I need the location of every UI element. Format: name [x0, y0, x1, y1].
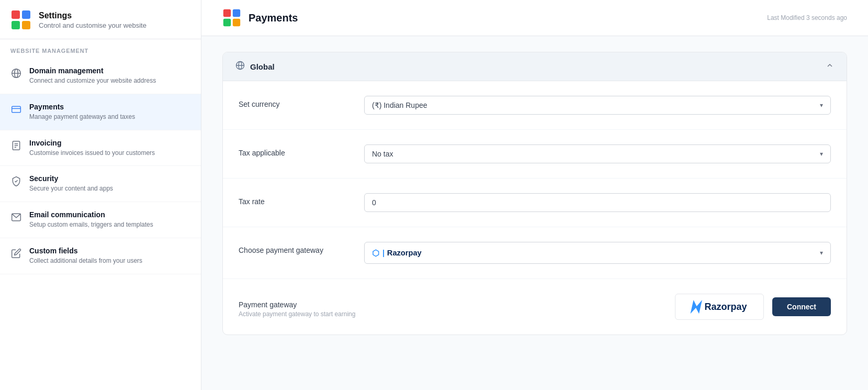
- razorpay-logo-select: ⬡ | Razorpay: [372, 247, 429, 259]
- svg-rect-16: [223, 19, 231, 26]
- sidebar-item-invoicing-desc: Customise invoices issued to your custom…: [29, 149, 155, 158]
- sidebar-item-security-desc: Secure your content and apps: [29, 184, 113, 193]
- tax-applicable-label: Tax applicable: [239, 144, 343, 157]
- main-content: Payments Last Modified 3 seconds ago Glo…: [201, 0, 868, 390]
- chevron-down-icon: ▾: [820, 102, 823, 109]
- globe-section-icon: [235, 61, 245, 72]
- sidebar-app-title: Settings: [39, 11, 146, 20]
- sidebar-item-domain-title: Domain management: [29, 66, 156, 75]
- tax-applicable-value: No tax: [372, 150, 393, 158]
- svg-text:Razorpay: Razorpay: [387, 249, 422, 257]
- global-section-header[interactable]: Global: [223, 52, 847, 81]
- svg-rect-0: [12, 10, 20, 19]
- global-section-title: Global: [250, 62, 275, 71]
- payment-gateway-label: Payment gateway: [239, 296, 355, 309]
- sidebar-item-payments-title: Payments: [29, 103, 135, 111]
- invoice-icon: [10, 140, 22, 151]
- main-logo: [222, 8, 241, 27]
- payment-gateway-row: Payment gateway Activate payment gateway…: [223, 279, 847, 335]
- tax-rate-input[interactable]: [364, 193, 831, 212]
- page-title: Payments: [249, 12, 298, 24]
- sidebar-item-custom-fields-desc: Collect additional details from your use…: [29, 257, 142, 265]
- sidebar-item-email-title: Email communication: [29, 210, 153, 219]
- currency-label: Set currency: [239, 96, 343, 108]
- razorpay-logo-svg: | Razorpay: [382, 247, 429, 259]
- tax-rate-row: Tax rate: [223, 179, 847, 227]
- sidebar-section-label: Website management: [0, 39, 201, 58]
- custom-fields-icon: [10, 248, 22, 259]
- chevron-down-icon-2: ▾: [820, 150, 823, 158]
- razorpay-logo-large: Razorpay: [675, 294, 764, 320]
- global-section-card: Global Set currency (₹) Indian Rupee ▾: [222, 52, 847, 335]
- svg-rect-15: [233, 9, 240, 17]
- chevron-down-icon-3: ▾: [820, 249, 823, 257]
- sidebar-app-subtitle: Control and customise your website: [39, 21, 146, 29]
- sidebar-item-payments[interactable]: Payments Manage payment gateways and tax…: [0, 94, 201, 130]
- sidebar-item-domain-desc: Connect and customize your website addre…: [29, 76, 156, 85]
- svg-text:|: |: [382, 249, 385, 257]
- card-icon: [10, 104, 22, 115]
- gateway-select[interactable]: ⬡ | Razorpay ▾: [364, 242, 831, 264]
- sidebar-item-security-title: Security: [29, 174, 113, 183]
- last-modified-text: Last Modified 3 seconds ago: [767, 14, 847, 21]
- connect-button[interactable]: Connect: [772, 297, 831, 316]
- svg-rect-14: [223, 9, 231, 17]
- razorpay-r-icon: ⬡: [372, 248, 379, 258]
- gateway-label: Choose payment gateway: [239, 242, 343, 254]
- sidebar-item-email-desc: Setup custom emails, triggers and templa…: [29, 220, 153, 229]
- svg-rect-7: [12, 106, 21, 113]
- tax-applicable-row: Tax applicable No tax ▾: [223, 130, 847, 179]
- section-collapse-icon[interactable]: [826, 61, 834, 72]
- payment-gateway-sublabel: Activate payment gateway to start earnin…: [239, 310, 355, 318]
- sidebar-header: Settings Control and customise your webs…: [0, 0, 201, 39]
- svg-rect-1: [22, 10, 30, 19]
- globe-icon: [10, 68, 22, 79]
- sidebar-item-custom-fields-title: Custom fields: [29, 247, 142, 255]
- svg-rect-2: [12, 21, 20, 29]
- sidebar-item-domain[interactable]: Domain management Connect and customize …: [0, 58, 201, 94]
- main-header: Payments Last Modified 3 seconds ago: [201, 0, 868, 36]
- sidebar-item-invoicing-title: Invoicing: [29, 139, 155, 147]
- svg-text:Razorpay: Razorpay: [705, 302, 747, 312]
- currency-select[interactable]: (₹) Indian Rupee ▾: [364, 96, 831, 115]
- sidebar-item-custom-fields[interactable]: Custom fields Collect additional details…: [0, 238, 201, 274]
- currency-select-value: (₹) Indian Rupee: [372, 101, 427, 109]
- sidebar: Settings Control and customise your webs…: [0, 0, 201, 390]
- razorpay-full-logo: Razorpay: [688, 299, 751, 314]
- sidebar-item-security[interactable]: Security Secure your content and apps: [0, 166, 201, 202]
- tax-applicable-select[interactable]: No tax ▾: [364, 144, 831, 163]
- security-icon: [10, 175, 22, 187]
- tax-rate-label: Tax rate: [239, 193, 343, 206]
- sidebar-item-email[interactable]: Email communication Setup custom emails,…: [0, 202, 201, 238]
- svg-rect-3: [22, 21, 30, 29]
- email-icon: [10, 211, 22, 223]
- currency-row: Set currency (₹) Indian Rupee ▾: [223, 81, 847, 130]
- app-logo: [10, 9, 31, 30]
- svg-marker-23: [691, 300, 703, 314]
- sidebar-item-payments-desc: Manage payment gateways and taxes: [29, 113, 135, 121]
- gateway-row: Choose payment gateway ⬡ | Razorpay ▾: [223, 227, 847, 279]
- svg-rect-17: [233, 19, 240, 26]
- sidebar-item-invoicing[interactable]: Invoicing Customise invoices issued to y…: [0, 130, 201, 166]
